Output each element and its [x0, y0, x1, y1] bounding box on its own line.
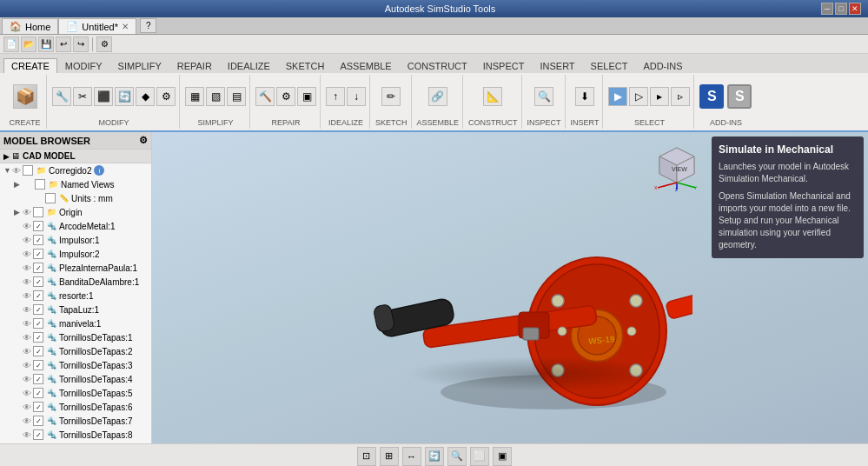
settings-button[interactable]: ⚙ [96, 37, 112, 52]
sketch-btn-1[interactable]: ✏ [381, 87, 401, 106]
tree-checkbox[interactable] [33, 346, 43, 356]
help-button[interactable]: ? [140, 18, 157, 33]
tree-checkbox[interactable] [33, 221, 43, 231]
zoom-button[interactable]: 🔍 [447, 447, 467, 466]
tree-item[interactable]: 👁🔩TornillosDeTapas:7 [0, 414, 151, 428]
visibility-icon[interactable]: 👁 [23, 208, 31, 217]
tree-checkbox[interactable] [33, 276, 43, 287]
new-button[interactable]: 📄 [3, 37, 19, 52]
visibility-icon[interactable]: 👁 [23, 403, 31, 412]
tree-item[interactable]: 👁🔩PlezaInternaPaula:1 [0, 261, 151, 275]
tab-home[interactable]: 🏠 Home [2, 18, 58, 34]
tree-checkbox[interactable] [33, 360, 43, 370]
visibility-icon[interactable]: 👁 [23, 291, 31, 301]
visibility-icon[interactable]: 👁 [23, 263, 31, 273]
modify-btn-2[interactable]: ✂ [73, 87, 92, 106]
ribbon-tab-construct[interactable]: CONSTRUCT [400, 58, 475, 73]
visibility-icon[interactable]: 👁 [23, 305, 31, 315]
tree-checkbox[interactable] [33, 290, 43, 301]
tree-checkbox[interactable] [23, 165, 33, 176]
modify-btn-4[interactable]: 🔄 [115, 87, 134, 106]
tab-untitled[interactable]: 📄 Untitled* ✕ [58, 18, 136, 34]
tree-checkbox[interactable] [33, 402, 43, 412]
select-btn-4[interactable]: ▹ [671, 87, 690, 106]
tree-checkbox[interactable] [35, 179, 45, 190]
tree-item[interactable]: 👁🔩manivela:1 [0, 316, 151, 330]
construct-btn-1[interactable]: 📐 [483, 87, 502, 106]
tree-item[interactable]: 👁🔩TornillosDeTapas:5 [0, 386, 151, 400]
zoom-region-button[interactable]: ⬜ [470, 447, 489, 466]
tree-item[interactable]: 👁🔩Impulsor:1 [0, 233, 151, 247]
modify-btn-5[interactable]: ◆ [136, 87, 155, 106]
addon-blue-button[interactable]: S [699, 84, 724, 109]
tree-checkbox[interactable] [33, 416, 43, 426]
idealize-btn-1[interactable]: ↑ [326, 87, 345, 106]
ribbon-tab-repair[interactable]: REPAIR [169, 58, 220, 73]
ribbon-tab-select[interactable]: SELECT [583, 58, 636, 73]
tree-arrow-icon[interactable]: ▶ [14, 180, 23, 189]
tree-checkbox[interactable] [33, 304, 43, 315]
maximize-button[interactable]: □ [835, 3, 847, 15]
redo-button[interactable]: ↪ [73, 37, 89, 52]
visibility-icon[interactable]: 👁 [23, 333, 31, 343]
simplify-btn-1[interactable]: ▦ [185, 87, 204, 106]
select-btn-3[interactable]: ▸ [650, 87, 669, 106]
tree-checkbox[interactable] [33, 332, 43, 343]
window-zoom-button[interactable]: ▣ [493, 447, 512, 466]
ribbon-tab-assemble[interactable]: ASSEMBLE [332, 58, 399, 73]
minimize-button[interactable]: ─ [821, 3, 833, 15]
pan-button[interactable]: ↔ [402, 447, 421, 466]
tree-checkbox[interactable] [33, 249, 43, 259]
visibility-icon[interactable]: 👁 [23, 319, 31, 329]
viewcube[interactable]: VIEW Z X Y [651, 139, 703, 191]
visibility-icon[interactable]: 👁 [23, 222, 31, 231]
visibility-icon[interactable]: 👁 [23, 375, 31, 384]
tree-item[interactable]: ▼👁📁Corregido2i [0, 163, 151, 177]
visibility-icon[interactable]: 👁 [23, 277, 31, 287]
tree-item[interactable]: 👁🔩ArcodeMetal:1 [0, 219, 151, 233]
3d-viewport[interactable]: WS-19 Simulate in Mechanical [152, 132, 868, 443]
close-button[interactable]: ✕ [849, 3, 861, 15]
orbit-button[interactable]: 🔄 [425, 447, 444, 466]
idealize-btn-2[interactable]: ↓ [347, 87, 366, 106]
select-btn-2[interactable]: ▷ [629, 87, 648, 106]
ribbon-tab-inspect[interactable]: INSPECT [475, 58, 533, 73]
fit-view-button[interactable]: ⊡ [357, 447, 376, 466]
tree-item[interactable]: 📏Units : mm [0, 191, 151, 205]
tree-item[interactable]: 👁🔩TornillosDeTapas:2 [0, 344, 151, 358]
fit-selected-button[interactable]: ⊞ [380, 447, 399, 466]
open-button[interactable]: 📂 [21, 37, 36, 52]
tree-item[interactable]: 👁🔩tornillo3:1 [0, 442, 151, 443]
ribbon-tab-simplify[interactable]: SIMPLIFY [110, 58, 169, 73]
tree-checkbox[interactable] [33, 388, 43, 398]
tree-item[interactable]: 👁🔩TornillosDeTapas:1 [0, 330, 151, 344]
tree-item[interactable]: 👁🔩TornillosDeTapas:4 [0, 372, 151, 386]
visibility-icon[interactable]: 👁 [23, 430, 31, 440]
tree-item[interactable]: 👁🔩resorte:1 [0, 289, 151, 303]
select-btn-1[interactable]: ▶ [608, 87, 627, 106]
save-button[interactable]: 💾 [38, 37, 54, 52]
repair-btn-2[interactable]: ⚙ [276, 87, 295, 106]
repair-btn-1[interactable]: 🔨 [255, 87, 275, 106]
addon-silver-button[interactable]: S [727, 84, 752, 109]
ribbon-tab-create[interactable]: CREATE [3, 58, 57, 73]
simplify-btn-2[interactable]: ▧ [206, 87, 225, 106]
visibility-icon[interactable]: 👁 [23, 236, 31, 245]
tree-checkbox[interactable] [33, 318, 43, 329]
inspect-btn-1[interactable]: 🔍 [534, 87, 553, 106]
ribbon-tab-idealize[interactable]: IDEALIZE [220, 58, 278, 73]
repair-btn-3[interactable]: ▣ [297, 87, 316, 106]
insert-btn-1[interactable]: ⬇ [575, 87, 594, 106]
tree-checkbox[interactable] [45, 193, 56, 203]
modify-btn-1[interactable]: 🔧 [52, 87, 71, 106]
modify-btn-3[interactable]: ⬛ [94, 87, 113, 106]
visibility-icon[interactable]: 👁 [23, 389, 31, 398]
visibility-icon[interactable]: 👁 [23, 250, 31, 259]
ribbon-tab-sketch[interactable]: SKETCH [278, 58, 333, 73]
ribbon-tab-insert[interactable]: INSERT [532, 58, 582, 73]
tab-close-icon[interactable]: ✕ [122, 22, 129, 31]
tree-checkbox[interactable] [33, 235, 43, 245]
tree-checkbox[interactable] [33, 263, 43, 273]
tree-item[interactable]: 👁🔩TornillosDeTapas:8 [0, 428, 151, 442]
model-browser-icon[interactable]: ⚙ [139, 135, 148, 146]
